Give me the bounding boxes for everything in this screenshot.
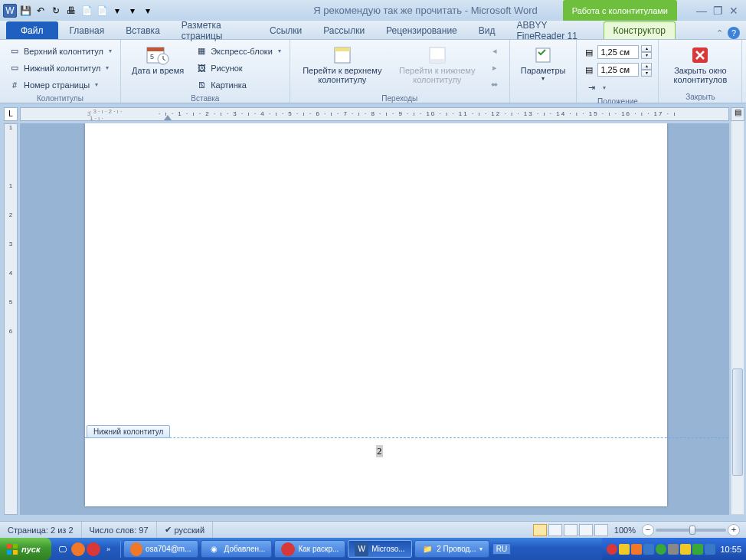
ql-firefox-icon[interactable] bbox=[71, 542, 85, 556]
taskbar-item-4[interactable]: 📁2 Провод...▾ bbox=[414, 540, 489, 558]
ql-desktop-icon[interactable]: 🖵 bbox=[56, 542, 70, 556]
tray-updates-icon[interactable] bbox=[631, 544, 642, 555]
tab-file[interactable]: Файл bbox=[6, 21, 58, 39]
close-header-footer-button[interactable]: Закрыть окно колонтитулов bbox=[665, 43, 735, 91]
tray-thunderbird-icon[interactable] bbox=[643, 544, 654, 555]
top-margin-icon: ▤ bbox=[583, 46, 595, 58]
taskbar-clock[interactable]: 10:55 bbox=[720, 545, 741, 554]
word-app-icon[interactable]: W bbox=[3, 4, 17, 18]
taskbar-item-3[interactable]: WMicroso... bbox=[348, 540, 411, 558]
svg-rect-8 bbox=[536, 48, 550, 62]
windows-taskbar: пуск 🖵 » osa704@m... ◉Добавлен... Как ра… bbox=[0, 538, 746, 560]
tray-display-icon[interactable] bbox=[705, 544, 715, 555]
help-icon[interactable]: ? bbox=[728, 27, 740, 39]
horizontal-ruler[interactable]: · 3 · ı · 2 · ı · 1 · ı · · ı · 1 · ı · … bbox=[20, 107, 729, 121]
bottom-up[interactable]: ▴ bbox=[641, 63, 652, 70]
group-close: Закрыть окно колонтитулов Закрыть bbox=[659, 40, 742, 103]
zoom-out-button[interactable]: − bbox=[642, 524, 654, 536]
scrollbar-thumb[interactable] bbox=[732, 368, 743, 476]
zoom-value[interactable]: 100% bbox=[614, 526, 636, 535]
close-window-icon[interactable]: ✕ bbox=[729, 5, 738, 17]
tab-design[interactable]: Конструктор bbox=[604, 21, 676, 39]
next-section-button: ▸ bbox=[486, 60, 503, 76]
footer-button[interactable]: ▭Нижний колонтитул bbox=[6, 60, 114, 76]
vertical-ruler[interactable]: 11109 876 543 21 123 456 bbox=[4, 123, 18, 515]
ruler-toggle-icon[interactable]: ▤ bbox=[731, 107, 744, 121]
ribbon-minimize-icon[interactable]: ⌃ bbox=[716, 28, 723, 38]
undo-icon[interactable]: ↶ bbox=[34, 4, 47, 18]
status-page[interactable]: Страница: 2 из 2 bbox=[0, 522, 82, 538]
header-from-top: ▤ ▴▾ bbox=[583, 44, 652, 60]
view-draft-icon[interactable] bbox=[594, 524, 608, 536]
page-number-button[interactable]: #Номер страницы bbox=[6, 77, 114, 93]
tab-abbyy[interactable]: ABBYY FineReader 11 bbox=[506, 21, 601, 39]
tray-volume-icon[interactable] bbox=[668, 544, 679, 555]
start-button[interactable]: пуск bbox=[0, 538, 51, 560]
view-full-screen-icon[interactable] bbox=[548, 524, 562, 536]
goto-header-icon bbox=[330, 44, 355, 66]
status-bar: Страница: 2 из 2 Число слов: 97 ✔русский… bbox=[0, 521, 746, 538]
document-viewport[interactable]: Нижний колонтитул 2 bbox=[20, 123, 729, 515]
redo-icon[interactable]: ↻ bbox=[49, 4, 63, 18]
qat-more-1-icon[interactable]: ▾ bbox=[110, 4, 124, 18]
align-tab-button[interactable]: ⇥ bbox=[583, 80, 652, 96]
status-word-count[interactable]: Число слов: 97 bbox=[82, 522, 157, 538]
tray-shield-icon[interactable] bbox=[619, 544, 630, 555]
tray-opera-icon[interactable] bbox=[607, 544, 617, 555]
tab-home[interactable]: Главная bbox=[60, 21, 115, 39]
header-button[interactable]: ▭Верхний колонтитул bbox=[6, 43, 114, 59]
qat-customize-icon[interactable]: ▾ bbox=[141, 4, 155, 18]
quick-parts-button[interactable]: ▦Экспресс-блоки bbox=[193, 43, 283, 59]
group-insert: 5 Дата и время ▦Экспресс-блоки 🖼Рисунок … bbox=[121, 40, 290, 103]
tab-selector[interactable]: L bbox=[4, 107, 18, 121]
language-indicator[interactable]: RU bbox=[492, 543, 511, 555]
word-icon: W bbox=[355, 542, 368, 556]
view-web-icon[interactable] bbox=[564, 524, 577, 536]
tab-page-layout[interactable]: Разметка страницы bbox=[172, 21, 258, 39]
minimize-icon[interactable]: — bbox=[696, 5, 707, 17]
tray-yandex-icon[interactable] bbox=[680, 544, 691, 555]
view-outline-icon[interactable] bbox=[579, 524, 593, 536]
tab-insert[interactable]: Вставка bbox=[116, 21, 170, 39]
preview-icon[interactable]: 📄 bbox=[80, 4, 93, 18]
tab-mailings[interactable]: Рассылки bbox=[313, 21, 375, 39]
taskbar-item-1[interactable]: ◉Добавлен... bbox=[201, 540, 273, 558]
vertical-scrollbar[interactable] bbox=[731, 107, 744, 515]
top-down[interactable]: ▾ bbox=[641, 52, 652, 59]
link-icon: ⬌ bbox=[489, 79, 501, 91]
taskbar-item-0[interactable]: osa704@m... bbox=[123, 540, 198, 558]
options-button[interactable]: Параметры▾ bbox=[516, 43, 571, 100]
link-previous-button: ⬌ bbox=[486, 77, 503, 93]
zoom-in-button[interactable]: + bbox=[728, 524, 740, 536]
date-time-button[interactable]: 5 Дата и время bbox=[127, 43, 188, 93]
bottom-down[interactable]: ▾ bbox=[641, 70, 652, 77]
ql-more-icon[interactable]: » bbox=[102, 542, 116, 556]
qat-more-2-icon[interactable]: ▾ bbox=[126, 4, 139, 18]
page[interactable]: Нижний колонтитул 2 bbox=[85, 123, 667, 506]
top-input[interactable] bbox=[597, 45, 639, 59]
restore-icon[interactable]: ❐ bbox=[713, 5, 723, 17]
status-language[interactable]: ✔русский bbox=[157, 522, 213, 538]
top-up[interactable]: ▴ bbox=[641, 45, 652, 52]
zoom-slider[interactable] bbox=[656, 529, 726, 532]
quick-access-toolbar: W 💾 ↶ ↻ 🖶 📄 📄 ▾ ▾ ▾ bbox=[3, 4, 155, 18]
tray-sync-icon[interactable] bbox=[656, 544, 666, 555]
clip-art-button[interactable]: 🖻Картинка bbox=[193, 77, 283, 93]
tab-review[interactable]: Рецензирование bbox=[376, 21, 467, 39]
tab-references[interactable]: Ссылки bbox=[260, 21, 312, 39]
ql-opera-icon[interactable] bbox=[87, 542, 100, 556]
bottom-input[interactable] bbox=[597, 63, 639, 77]
zoom-thumb[interactable] bbox=[689, 526, 695, 535]
goto-header-button[interactable]: Перейти к верхнему колонтитулу bbox=[296, 43, 388, 93]
tray-usb-icon[interactable] bbox=[692, 544, 703, 555]
explorer-icon: 📁 bbox=[421, 542, 434, 556]
indent-marker-icon[interactable] bbox=[164, 115, 172, 120]
view-print-layout-icon[interactable] bbox=[533, 524, 547, 536]
taskbar-item-2[interactable]: Как раскр... bbox=[274, 540, 345, 558]
new-icon[interactable]: 📄 bbox=[95, 4, 109, 18]
picture-button[interactable]: 🖼Рисунок bbox=[193, 60, 283, 76]
tab-view[interactable]: Вид bbox=[469, 21, 506, 39]
page-number-field[interactable]: 2 bbox=[376, 445, 383, 457]
save-icon[interactable]: 💾 bbox=[18, 4, 32, 18]
print-icon[interactable]: 🖶 bbox=[64, 4, 78, 18]
